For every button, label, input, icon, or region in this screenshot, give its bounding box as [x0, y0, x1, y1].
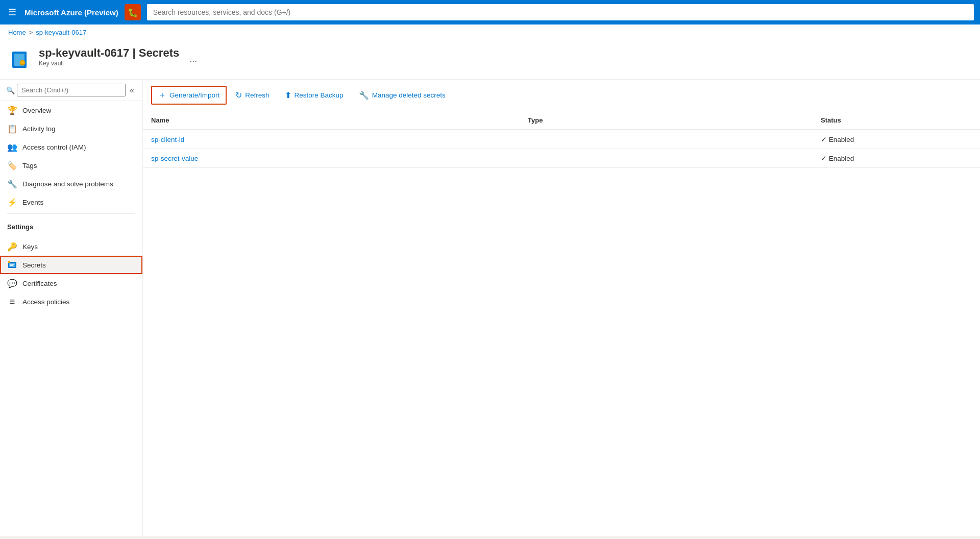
wrench-icon: 🔧 [359, 90, 369, 100]
manage-deleted-label: Manage deleted secrets [372, 91, 446, 99]
refresh-label: Refresh [245, 91, 269, 99]
breadcrumb-current[interactable]: sp-keyvault-0617 [36, 29, 86, 36]
refresh-icon: ↻ [235, 90, 242, 100]
refresh-button[interactable]: ↻ Refresh [229, 87, 276, 104]
content-area: ＋ Generate/Import ↻ Refresh ⬆ Restore Ba… [143, 80, 980, 536]
overview-icon: 🏆 [7, 105, 17, 115]
secrets-table-wrap: Name Type Status sp-client-id ✓ Enabled … [143, 111, 980, 168]
page-header-text: sp-keyvault-0617 | Secrets Key vault [39, 46, 179, 67]
certificates-icon: 💬 [7, 278, 17, 288]
sidebar-item-certificates-label: Certificates [22, 280, 57, 287]
sidebar-item-keys[interactable]: 🔑 Keys [0, 237, 142, 256]
restore-backup-label: Restore Backup [295, 91, 344, 99]
sidebar-item-events-label: Events [22, 199, 43, 206]
sidebar-item-access-policies-label: Access policies [22, 298, 69, 306]
sidebar-item-activity-log-label: Activity log [22, 125, 56, 133]
table-row[interactable]: sp-client-id ✓ Enabled [143, 130, 980, 149]
page-title: sp-keyvault-0617 | Secrets [39, 46, 179, 60]
sidebar-search-row: 🔍 « [0, 80, 142, 101]
sidebar-collapse-button[interactable]: « [128, 85, 136, 96]
diagnose-icon: 🔧 [7, 179, 17, 189]
activity-log-icon: 📋 [7, 124, 17, 134]
sidebar: 🔍 « 🏆 Overview 📋 Activity log 👥 Access c… [0, 80, 143, 536]
breadcrumb: Home > sp-keyvault-0617 [0, 24, 980, 40]
sidebar-item-certificates[interactable]: 💬 Certificates [0, 274, 142, 292]
cell-type [520, 130, 813, 149]
svg-rect-7 [10, 264, 14, 265]
cell-status: ✓ Enabled [813, 130, 980, 149]
page-header: sp-keyvault-0617 | Secrets Key vault ... [0, 40, 980, 80]
keyvault-icon [8, 46, 33, 71]
cell-name[interactable]: sp-client-id [143, 130, 520, 149]
toolbar: ＋ Generate/Import ↻ Refresh ⬆ Restore Ba… [143, 80, 980, 111]
sidebar-item-tags-label: Tags [22, 162, 37, 169]
sidebar-item-tags[interactable]: 🏷️ Tags [0, 156, 142, 175]
upload-icon: ⬆ [285, 90, 291, 100]
manage-deleted-button[interactable]: 🔧 Manage deleted secrets [352, 87, 452, 104]
main-layout: 🔍 « 🏆 Overview 📋 Activity log 👥 Access c… [0, 80, 980, 536]
sidebar-item-keys-label: Keys [22, 243, 38, 251]
more-options-button[interactable]: ... [189, 54, 197, 64]
settings-header: Settings [0, 216, 142, 233]
sidebar-divider [7, 213, 135, 214]
sidebar-item-diagnose-label: Diagnose and solve problems [22, 180, 113, 188]
generate-import-label: Generate/Import [169, 91, 219, 99]
keys-icon: 🔑 [7, 241, 17, 252]
sidebar-item-access-policies[interactable]: ≡ Access policies [0, 292, 142, 311]
svg-rect-8 [10, 265, 13, 266]
sidebar-item-overview[interactable]: 🏆 Overview [0, 101, 142, 119]
breadcrumb-separator: > [29, 29, 33, 36]
app-title: Microsoft Azure (Preview) [24, 8, 118, 17]
svg-rect-4 [20, 64, 24, 65]
breadcrumb-home[interactable]: Home [8, 29, 26, 36]
sidebar-item-access-control-label: Access control (IAM) [22, 143, 86, 151]
restore-backup-button[interactable]: ⬆ Restore Backup [278, 87, 350, 104]
hamburger-menu[interactable]: ☰ [6, 5, 18, 20]
top-bar: ☰ Microsoft Azure (Preview) 🐛 [0, 0, 980, 24]
access-policies-icon: ≡ [7, 297, 17, 307]
sidebar-item-diagnose[interactable]: 🔧 Diagnose and solve problems [0, 175, 142, 193]
cell-type [520, 149, 813, 168]
svg-point-10 [9, 261, 10, 262]
col-status: Status [813, 111, 980, 130]
tags-icon: 🏷️ [7, 160, 17, 170]
bug-icon[interactable]: 🐛 [125, 4, 141, 20]
sidebar-search-input[interactable] [17, 84, 126, 96]
settings-divider [7, 235, 135, 235]
generate-import-button[interactable]: ＋ Generate/Import [151, 86, 227, 105]
sidebar-item-secrets[interactable]: Secrets [0, 256, 142, 274]
plus-icon: ＋ [158, 90, 166, 101]
col-name: Name [143, 111, 520, 130]
col-type: Type [520, 111, 813, 130]
secrets-icon [7, 260, 17, 270]
table-row[interactable]: sp-secret-value ✓ Enabled [143, 149, 980, 168]
access-control-icon: 👥 [7, 142, 17, 152]
events-icon: ⚡ [7, 197, 17, 207]
sidebar-item-secrets-label: Secrets [22, 261, 46, 269]
sidebar-item-activity-log[interactable]: 📋 Activity log [0, 119, 142, 138]
cell-status: ✓ Enabled [813, 149, 980, 168]
cell-name[interactable]: sp-secret-value [143, 149, 520, 168]
svg-rect-6 [9, 263, 15, 267]
global-search-input[interactable] [147, 4, 974, 20]
sidebar-item-events[interactable]: ⚡ Events [0, 193, 142, 211]
sidebar-item-overview-label: Overview [22, 107, 51, 114]
secrets-table: Name Type Status sp-client-id ✓ Enabled … [143, 111, 980, 168]
sidebar-item-access-control[interactable]: 👥 Access control (IAM) [0, 138, 142, 156]
search-icon: 🔍 [6, 86, 15, 94]
page-subtitle: Key vault [39, 60, 179, 67]
